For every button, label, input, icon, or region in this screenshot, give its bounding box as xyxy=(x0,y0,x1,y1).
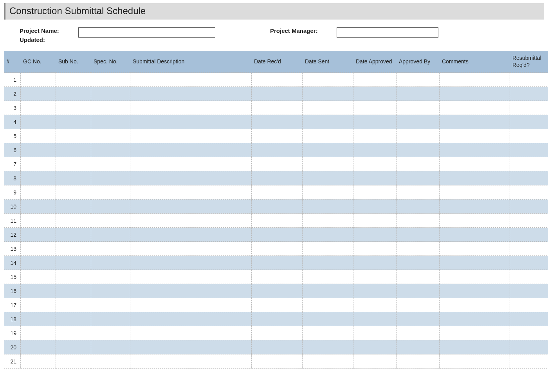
cell-comments[interactable] xyxy=(440,284,510,298)
project-manager-input[interactable] xyxy=(337,27,438,38)
cell-approved-by[interactable] xyxy=(397,115,440,129)
cell-approved-by[interactable] xyxy=(397,87,440,101)
cell-date-sent[interactable] xyxy=(303,129,353,143)
cell-date-sent[interactable] xyxy=(303,340,353,354)
cell-resubmittal[interactable] xyxy=(510,298,548,312)
cell-sub-no[interactable] xyxy=(56,115,91,129)
cell-date-approved[interactable] xyxy=(353,87,397,101)
cell-date-approved[interactable] xyxy=(353,270,397,284)
cell-resubmittal[interactable] xyxy=(510,312,548,326)
cell-date-sent[interactable] xyxy=(303,73,353,87)
cell-description[interactable] xyxy=(130,284,252,298)
cell-date-sent[interactable] xyxy=(303,87,353,101)
cell-spec-no[interactable] xyxy=(91,73,130,87)
cell-date-recd[interactable] xyxy=(252,101,303,115)
cell-date-sent[interactable] xyxy=(303,354,353,369)
cell-approved-by[interactable] xyxy=(397,312,440,326)
cell-gc-no[interactable] xyxy=(21,101,56,115)
cell-spec-no[interactable] xyxy=(91,214,130,228)
cell-date-sent[interactable] xyxy=(303,312,353,326)
cell-sub-no[interactable] xyxy=(56,171,91,185)
cell-date-recd[interactable] xyxy=(252,73,303,87)
cell-sub-no[interactable] xyxy=(56,200,91,214)
cell-date-sent[interactable] xyxy=(303,256,353,270)
cell-sub-no[interactable] xyxy=(56,185,91,200)
cell-sub-no[interactable] xyxy=(56,73,91,87)
cell-date-sent[interactable] xyxy=(303,185,353,200)
cell-sub-no[interactable] xyxy=(56,284,91,298)
cell-date-approved[interactable] xyxy=(353,242,397,256)
cell-resubmittal[interactable] xyxy=(510,354,548,369)
cell-comments[interactable] xyxy=(440,129,510,143)
cell-gc-no[interactable] xyxy=(21,185,56,200)
cell-gc-no[interactable] xyxy=(21,143,56,157)
cell-approved-by[interactable] xyxy=(397,185,440,200)
cell-date-sent[interactable] xyxy=(303,171,353,185)
cell-date-recd[interactable] xyxy=(252,242,303,256)
cell-date-approved[interactable] xyxy=(353,326,397,340)
cell-resubmittal[interactable] xyxy=(510,228,548,242)
cell-date-recd[interactable] xyxy=(252,214,303,228)
cell-approved-by[interactable] xyxy=(397,340,440,354)
cell-approved-by[interactable] xyxy=(397,171,440,185)
cell-date-sent[interactable] xyxy=(303,228,353,242)
cell-gc-no[interactable] xyxy=(21,270,56,284)
cell-comments[interactable] xyxy=(440,115,510,129)
cell-spec-no[interactable] xyxy=(91,143,130,157)
cell-description[interactable] xyxy=(130,73,252,87)
cell-sub-no[interactable] xyxy=(56,326,91,340)
cell-description[interactable] xyxy=(130,354,252,369)
cell-gc-no[interactable] xyxy=(21,228,56,242)
cell-comments[interactable] xyxy=(440,200,510,214)
cell-comments[interactable] xyxy=(440,228,510,242)
cell-comments[interactable] xyxy=(440,157,510,171)
cell-description[interactable] xyxy=(130,242,252,256)
cell-gc-no[interactable] xyxy=(21,298,56,312)
cell-date-sent[interactable] xyxy=(303,143,353,157)
cell-date-recd[interactable] xyxy=(252,284,303,298)
cell-gc-no[interactable] xyxy=(21,312,56,326)
cell-approved-by[interactable] xyxy=(397,101,440,115)
cell-description[interactable] xyxy=(130,214,252,228)
cell-comments[interactable] xyxy=(440,87,510,101)
cell-resubmittal[interactable] xyxy=(510,101,548,115)
cell-date-approved[interactable] xyxy=(353,256,397,270)
cell-spec-no[interactable] xyxy=(91,200,130,214)
cell-date-sent[interactable] xyxy=(303,115,353,129)
cell-date-approved[interactable] xyxy=(353,101,397,115)
cell-approved-by[interactable] xyxy=(397,143,440,157)
cell-date-sent[interactable] xyxy=(303,326,353,340)
cell-date-approved[interactable] xyxy=(353,312,397,326)
cell-date-sent[interactable] xyxy=(303,242,353,256)
cell-gc-no[interactable] xyxy=(21,242,56,256)
cell-resubmittal[interactable] xyxy=(510,340,548,354)
cell-date-sent[interactable] xyxy=(303,284,353,298)
cell-comments[interactable] xyxy=(440,143,510,157)
cell-date-approved[interactable] xyxy=(353,157,397,171)
cell-resubmittal[interactable] xyxy=(510,326,548,340)
cell-description[interactable] xyxy=(130,312,252,326)
cell-resubmittal[interactable] xyxy=(510,242,548,256)
cell-spec-no[interactable] xyxy=(91,312,130,326)
cell-gc-no[interactable] xyxy=(21,87,56,101)
cell-date-approved[interactable] xyxy=(353,228,397,242)
cell-date-recd[interactable] xyxy=(252,115,303,129)
cell-date-sent[interactable] xyxy=(303,298,353,312)
cell-date-recd[interactable] xyxy=(252,228,303,242)
cell-sub-no[interactable] xyxy=(56,214,91,228)
cell-comments[interactable] xyxy=(440,242,510,256)
cell-comments[interactable] xyxy=(440,185,510,200)
cell-resubmittal[interactable] xyxy=(510,270,548,284)
cell-spec-no[interactable] xyxy=(91,228,130,242)
cell-spec-no[interactable] xyxy=(91,354,130,369)
cell-description[interactable] xyxy=(130,256,252,270)
cell-gc-no[interactable] xyxy=(21,214,56,228)
cell-comments[interactable] xyxy=(440,171,510,185)
cell-spec-no[interactable] xyxy=(91,340,130,354)
cell-date-approved[interactable] xyxy=(353,354,397,369)
cell-gc-no[interactable] xyxy=(21,73,56,87)
cell-resubmittal[interactable] xyxy=(510,87,548,101)
cell-comments[interactable] xyxy=(440,73,510,87)
cell-date-recd[interactable] xyxy=(252,354,303,369)
cell-date-sent[interactable] xyxy=(303,214,353,228)
